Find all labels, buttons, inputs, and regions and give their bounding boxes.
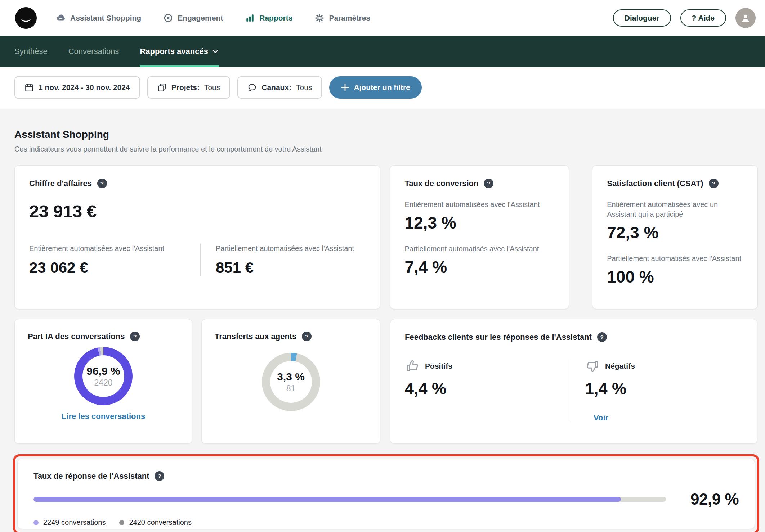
legend-dot-purple: [33, 520, 39, 525]
page-subtitle: Ces indicateurs vous permettent de suivr…: [14, 145, 758, 153]
conversion-full-value: 12,3 %: [404, 213, 554, 233]
help-icon[interactable]: ?: [155, 471, 164, 481]
projects-value: Tous: [204, 83, 220, 92]
help-icon[interactable]: ?: [97, 179, 107, 188]
ai-share-count: 2420: [94, 378, 112, 388]
add-filter-label: Ajouter un filtre: [354, 83, 410, 92]
ai-share-card-title: Part IA des conversations: [28, 332, 125, 341]
positive-label: Positifs: [425, 362, 452, 370]
positive-feedback-column: Positifs 4,4 %: [405, 359, 569, 423]
top-actions: Dialoguer ? Aide: [613, 8, 756, 28]
avatar[interactable]: [735, 8, 756, 28]
feedbacks-card-title: Feedbacks clients sur les réponses de l'…: [405, 333, 592, 342]
projects-filter[interactable]: Projets: Tous: [147, 76, 231, 99]
response-rate-bar-fill: [33, 497, 621, 502]
add-filter-button[interactable]: Ajouter un filtre: [329, 76, 421, 99]
page-title: Assistant Shopping: [14, 129, 758, 140]
channels-filter[interactable]: Canaux: Tous: [237, 76, 322, 99]
revenue-partial-value: 851 €: [216, 259, 354, 276]
legend-item: 2249 conversations: [33, 518, 106, 527]
feedbacks-card: Feedbacks clients sur les réponses de l'…: [390, 319, 757, 444]
nav-item-engagement[interactable]: Engagement: [164, 13, 223, 23]
subnav-label: Rapports avancés: [140, 47, 208, 56]
subnav-item-synthese[interactable]: Synthèse: [14, 36, 48, 67]
projects-label: Projets:: [171, 83, 200, 92]
kpi-row-2: Part IA des conversations ? 96,9 % 2420 …: [14, 319, 758, 444]
conversion-partial-value: 7,4 %: [404, 257, 554, 277]
brand-logo[interactable]: [14, 6, 37, 30]
response-rate-card: Taux de réponse de l'Assistant ? 92,9 % …: [17, 459, 755, 529]
legend-dot-gray: [119, 520, 124, 525]
channels-label: Canaux:: [261, 83, 291, 92]
calendar-icon: [24, 83, 34, 92]
nav-item-rapports[interactable]: Rapports: [245, 13, 292, 23]
chevron-down-icon: [212, 48, 219, 55]
nav-item-parametres[interactable]: Paramètres: [315, 13, 370, 23]
csat-full-value: 72,3 %: [607, 223, 743, 242]
ai-share-value: 96,9 %: [86, 365, 120, 377]
csat-card: Satisfaction client (CSAT) ? Entièrement…: [592, 165, 758, 309]
target-icon: [164, 13, 173, 23]
response-rate-bar-track: [33, 497, 666, 502]
csat-partial-value: 100 %: [607, 267, 743, 287]
date-range-value: 1 nov. 2024 - 30 nov. 2024: [39, 83, 130, 92]
legend-item: 2420 conversations: [119, 518, 191, 527]
nav-item-assistant-shopping[interactable]: Assistant Shopping: [56, 13, 141, 23]
main-content: Assistant Shopping Ces indicateurs vous …: [0, 109, 765, 529]
revenue-total-value: 23 913 €: [29, 201, 366, 221]
dialoguer-button[interactable]: Dialoguer: [613, 9, 671, 27]
revenue-full-label: Entièrement automatisées avec l'Assistan…: [29, 244, 200, 253]
revenue-card: Chiffre d'affaires ? 23 913 € Entièremen…: [14, 165, 380, 309]
help-icon[interactable]: ?: [302, 332, 312, 341]
aide-button[interactable]: ? Aide: [680, 9, 726, 27]
csat-full-label: Entièrement automatisées avec un Assista…: [607, 200, 743, 219]
date-range-filter[interactable]: 1 nov. 2024 - 30 nov. 2024: [14, 76, 140, 99]
dashboard-screen: Assistant Shopping Engagement Rapports: [0, 0, 765, 532]
revenue-partial-label: Partiellement automatisées avec l'Assist…: [216, 244, 354, 253]
response-rate-row: Taux de réponse de l'Assistant ? 92,9 % …: [17, 459, 755, 529]
legend-label: 2420 conversations: [129, 518, 191, 527]
subnav-label: Synthèse: [14, 47, 48, 56]
csat-card-title: Satisfaction client (CSAT): [607, 179, 703, 188]
nav-label: Paramètres: [329, 14, 370, 22]
person-icon: [740, 13, 751, 23]
secondary-nav: Synthèse Conversations Rapports avancés: [0, 36, 765, 67]
conversion-card-title: Taux de conversion: [404, 179, 478, 188]
negative-label: Négatifs: [605, 362, 635, 370]
primary-nav: Assistant Shopping Engagement Rapports: [56, 13, 370, 23]
gear-icon: [315, 13, 324, 23]
thumb-up-icon: [405, 359, 420, 374]
help-icon[interactable]: ?: [597, 332, 607, 342]
negative-feedback-column: Négatifs 1,4 % Voir: [569, 359, 743, 423]
thumb-down-icon: [585, 359, 600, 374]
help-icon[interactable]: ?: [130, 332, 140, 341]
positive-value: 4,4 %: [405, 379, 569, 398]
transfers-value: 3,3 %: [277, 371, 305, 383]
conversion-full-label: Entièrement automatisées avec l'Assistan…: [404, 200, 554, 209]
legend-label: 2249 conversations: [43, 518, 106, 527]
read-conversations-link[interactable]: Lire les conversations: [28, 412, 179, 421]
plus-icon: [341, 83, 349, 92]
top-bar: Assistant Shopping Engagement Rapports: [0, 0, 765, 36]
response-rate-card-title: Taux de réponse de l'Assistant: [33, 472, 149, 481]
conversion-partial-label: Partiellement automatisés avec l'Assista…: [404, 244, 554, 254]
revenue-card-title: Chiffre d'affaires: [29, 179, 92, 188]
help-icon[interactable]: ?: [484, 179, 493, 188]
nav-label: Rapports: [259, 14, 292, 22]
subnav-item-conversations[interactable]: Conversations: [68, 36, 119, 67]
voir-link[interactable]: Voir: [594, 413, 608, 423]
assistant-cloud-icon: [56, 13, 66, 23]
csat-partial-label: Partiellement automatisés avec l'Assista…: [607, 254, 743, 263]
kpi-row-1: Chiffre d'affaires ? 23 913 € Entièremen…: [14, 165, 758, 309]
revenue-full-value: 23 062 €: [29, 259, 200, 276]
bar-chart-icon: [245, 13, 255, 23]
transfers-card-title: Transferts aux agents: [215, 332, 296, 341]
filter-bar: 1 nov. 2024 - 30 nov. 2024 Projets: Tous…: [0, 67, 765, 109]
response-rate-value: 92,9 %: [675, 490, 739, 508]
help-icon[interactable]: ?: [709, 179, 719, 188]
projects-icon: [157, 83, 167, 92]
subnav-item-rapports-avances[interactable]: Rapports avancés: [140, 36, 219, 67]
nav-label: Engagement: [178, 14, 223, 22]
chat-bubble-icon: [247, 83, 257, 92]
nav-label: Assistant Shopping: [70, 14, 141, 22]
